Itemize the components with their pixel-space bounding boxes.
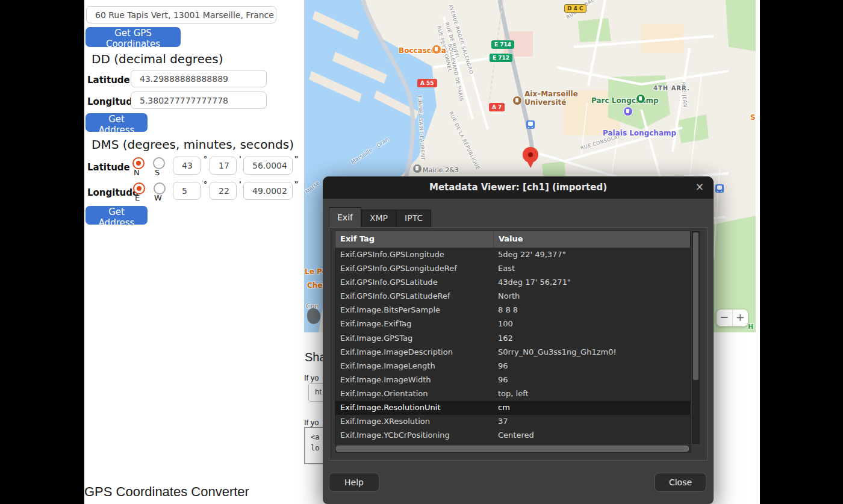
map-label[interactable]: Palais Longchamp (603, 129, 676, 137)
zoom-out-button[interactable]: − (717, 310, 732, 326)
table-cell: Exif.Image.XResolution (335, 415, 493, 429)
dd-latitude-input[interactable] (131, 70, 267, 87)
marker-dot (528, 152, 533, 157)
table-row[interactable]: Exif.GPSInfo.GPSLatitudeRefNorth (335, 290, 690, 303)
dms-lon-seconds-input[interactable] (243, 182, 293, 200)
close-icon[interactable]: × (695, 181, 704, 193)
table-cell: 100 (493, 317, 690, 331)
table-row[interactable]: Exif.Image.GPSTag162 (335, 332, 690, 346)
dd-get-address-button[interactable]: Get Address (86, 113, 148, 132)
table-cell: 162 (493, 332, 690, 346)
dd-heading: DD (decimal degrees) (92, 52, 223, 66)
table-cell: Exif.Image.BitsPerSample (335, 303, 493, 317)
address-input[interactable] (86, 6, 276, 23)
dms-longitude-label: Longitude (87, 187, 138, 198)
map-label[interactable]: Parc Longchamp (591, 96, 659, 105)
table-cell: 5deg 22' 49,377" (493, 248, 690, 262)
west-label: W (154, 193, 162, 202)
dialog-titlebar[interactable]: Metadata Viewer: [ch1] (imported) × (323, 176, 714, 199)
table-cell: 8 8 8 (493, 303, 690, 317)
dms-lat-minutes-input[interactable] (210, 157, 237, 175)
horizontal-scrollbar[interactable] (335, 445, 691, 453)
map-label: S (750, 113, 756, 122)
radio-south[interactable] (153, 157, 165, 169)
dd-latitude-label: Latitude (87, 75, 130, 86)
dms-lon-minutes-input[interactable] (210, 182, 237, 200)
minute-symbol: ' (239, 180, 241, 188)
map-label: TUNNEL SAINT-LAURENT (417, 95, 426, 161)
table-cell: Centered (493, 429, 690, 443)
minute-symbol: ' (239, 155, 241, 163)
table-row[interactable]: Exif.Image.XResolution37 (335, 415, 690, 429)
radio-west[interactable] (154, 182, 166, 194)
map-label[interactable]: Aix–Marseille (524, 90, 578, 98)
map-zoom-control: − + (717, 310, 748, 326)
map-marker-pin[interactable] (522, 147, 539, 169)
tab-xmp[interactable]: XMP (361, 210, 396, 227)
map-label[interactable]: Mairie 2&3 (423, 166, 459, 174)
train-station-icon[interactable] (715, 184, 724, 193)
route-badge: A 55 (417, 79, 437, 87)
table-row[interactable]: Exif.Image.YCbCrPositioningCentered (335, 429, 690, 443)
dms-get-address-button[interactable]: Get Address (86, 206, 148, 225)
table-cell: top, left (493, 387, 690, 401)
vertical-scrollbar-thumb[interactable] (693, 232, 698, 380)
column-header-value[interactable]: Value (493, 231, 690, 247)
table-cell: 37 (493, 415, 690, 429)
help-button[interactable]: Help (329, 473, 379, 492)
town-hall-icon[interactable] (412, 164, 422, 173)
train-station-icon[interactable] (526, 120, 535, 129)
park-tree-icon[interactable] (636, 94, 645, 104)
east-label: E (135, 193, 140, 202)
table-row[interactable]: Exif.GPSInfo.GPSLongitudeRefEast (335, 262, 690, 276)
restaurant-icon[interactable] (432, 45, 441, 54)
table-row[interactable]: Exif.Image.ExifTag100 (335, 317, 690, 331)
map-label[interactable]: Université (524, 99, 566, 107)
second-symbol: " (294, 180, 298, 188)
table-row[interactable]: Exif.Image.ResolutionUnitcm (335, 401, 690, 415)
vertical-scrollbar[interactable] (692, 231, 700, 444)
radio-north[interactable] (132, 157, 145, 169)
dms-lat-degrees-input[interactable] (173, 157, 201, 175)
dms-lon-degrees-input[interactable] (173, 182, 201, 200)
table-row[interactable]: Exif.Image.Orientationtop, left (335, 387, 690, 401)
university-icon[interactable] (512, 96, 522, 105)
tab-exif[interactable]: Exif (329, 207, 361, 227)
google-logo (307, 308, 320, 324)
museum-icon[interactable] (623, 107, 633, 116)
close-button[interactable]: Close (655, 473, 706, 492)
table-row[interactable]: Exif.Image.BitsPerSample8 8 8 (335, 303, 690, 317)
zoom-in-button[interactable]: + (732, 310, 748, 326)
horizontal-scrollbar-thumb[interactable] (336, 446, 689, 452)
route-badge: A 7 (489, 103, 505, 111)
table-row[interactable]: Exif.GPSInfo.GPSLongitude5deg 22' 49,377… (335, 248, 690, 262)
table-row[interactable]: Exif.Image.ImageWidth96 (335, 373, 690, 387)
radio-east[interactable] (133, 182, 145, 194)
table-row[interactable]: Exif.GPSInfo.GPSLatitude43deg 17' 56,271… (335, 276, 690, 290)
column-header-tag[interactable]: Exif Tag (335, 231, 493, 247)
table-row[interactable]: Exif.Image.ImageDescriptionS0rry_N0_Gu3s… (335, 346, 690, 359)
table-cell: 96 (493, 373, 690, 387)
map-label: Marseille – Oran (350, 137, 390, 166)
table-cell: cm (493, 401, 690, 415)
degree-symbol: ° (204, 180, 207, 188)
dd-longitude-input[interactable] (131, 92, 267, 109)
marker-tail (527, 161, 534, 168)
tab-iptc[interactable]: IPTC (396, 210, 431, 227)
table-cell: 43deg 17' 56,271" (493, 276, 690, 290)
table-cell: North (493, 290, 690, 303)
table-header-row: Exif Tag Value (335, 231, 690, 248)
table-cell: Exif.Image.ImageDescription (335, 346, 493, 359)
dialog-title: Metadata Viewer: [ch1] (imported) (323, 182, 714, 193)
dms-lat-seconds-input[interactable] (243, 157, 293, 175)
second-symbol: " (294, 155, 298, 163)
table-cell: Exif.GPSInfo.GPSLatitude (335, 276, 493, 290)
screen: Get GPS Coordinates DD (decimal degrees)… (0, 0, 843, 504)
north-label: N (134, 168, 140, 177)
route-badge: E 714 (491, 40, 514, 49)
get-gps-coordinates-button[interactable]: Get GPS Coordinates (86, 27, 181, 47)
share-paragraph-1: If yo (304, 373, 319, 382)
code-line: lo (311, 444, 319, 452)
table-cell: Exif.Image.ResolutionUnit (335, 401, 493, 415)
table-row[interactable]: Exif.Image.ImageLength96 (335, 359, 690, 373)
